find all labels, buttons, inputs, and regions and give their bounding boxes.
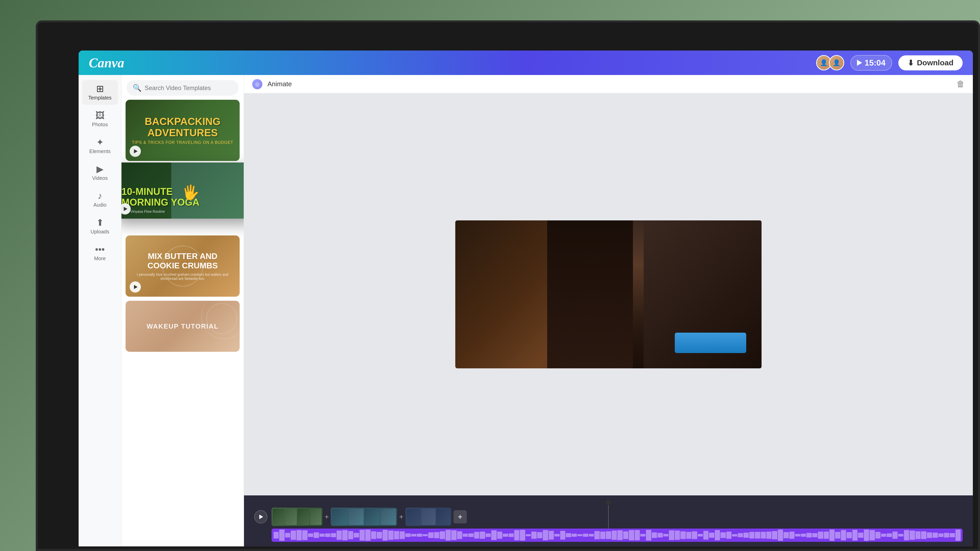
wave-bar <box>486 534 491 537</box>
wave-bar <box>377 532 382 538</box>
makeup-card-bg: WAKEUP TUTORIAL <box>126 301 240 352</box>
download-button[interactable]: ⬇ Download <box>898 56 963 70</box>
header-right: 👤 👤 15:04 ⬇ Download <box>816 55 963 71</box>
frame <box>364 509 380 525</box>
track-play-button[interactable] <box>254 510 267 524</box>
backpacking-play-btn[interactable] <box>130 146 141 157</box>
wave-bar <box>554 534 559 536</box>
frame <box>332 509 348 525</box>
wave-bar <box>680 531 686 539</box>
wave-bar <box>491 530 496 540</box>
sidebar-item-videos[interactable]: ▶ Videos <box>82 160 118 185</box>
wave-bar <box>623 531 628 539</box>
wave-bar <box>566 533 571 537</box>
cookie-play-btn[interactable] <box>130 281 141 292</box>
sidebar-item-elements[interactable]: ✦ Elements <box>82 134 118 159</box>
wave-bar <box>365 530 370 541</box>
frame <box>436 509 450 525</box>
wave-bar <box>749 532 754 539</box>
wave-bar <box>537 532 542 538</box>
timer-button[interactable]: 15:04 <box>850 55 892 71</box>
wave-bar <box>915 531 921 539</box>
play-triangle-icon <box>134 149 138 153</box>
wave-bar <box>646 530 651 541</box>
frame <box>380 509 396 525</box>
template-card-cookie[interactable]: MIX BUTTER ANDCOOKIE CRUMBS I personally… <box>126 235 240 297</box>
animate-toolbar: ◎ Animate 🗑 <box>244 75 973 94</box>
search-bar: 🔍 <box>121 75 244 100</box>
wave-bar <box>405 534 410 537</box>
main-content: ⊞ Templates 🖼 Photos ✦ Elements ▶ Videos… <box>79 75 973 546</box>
frame <box>272 509 285 525</box>
trash-icon[interactable]: 🗑 <box>956 79 965 89</box>
makeup-circle-2 <box>201 301 240 339</box>
timeline-area: + + <box>244 495 973 546</box>
sidebar-label-more: More <box>94 256 106 262</box>
wave-bar <box>841 530 846 540</box>
sidebar-item-more[interactable]: ••• More <box>82 241 118 265</box>
add-clip-button[interactable]: + <box>453 510 467 524</box>
makeup-title: WAKEUP TUTORIAL <box>147 322 219 330</box>
wave-bar <box>801 534 806 537</box>
sidebar-item-photos[interactable]: 🖼 Photos <box>82 107 118 132</box>
timeline-scrubber <box>244 495 973 506</box>
wave-bar <box>635 530 640 540</box>
frame <box>285 509 297 525</box>
wave-bar <box>514 530 519 540</box>
video-clip-end[interactable] <box>406 508 452 526</box>
play-icon <box>857 60 862 66</box>
audio-icon: ♪ <box>98 191 102 200</box>
template-card-makeup[interactable]: WAKEUP TUTORIAL <box>126 301 240 352</box>
app-logo: Canva <box>89 56 124 70</box>
wave-bar <box>503 534 508 537</box>
wave-bar <box>783 532 789 538</box>
clip-end-frames <box>406 508 452 526</box>
wave-bar <box>474 532 479 538</box>
template-card-backpacking[interactable]: BACKPACKINGADVENTURES TIPS & TRICKS FOR … <box>126 100 240 161</box>
wave-bar <box>463 534 468 537</box>
wave-bar <box>417 534 422 537</box>
canvas-frame <box>455 221 762 368</box>
sidebar-item-uploads[interactable]: ⬆ Uploads <box>82 214 118 239</box>
search-input[interactable] <box>145 84 232 92</box>
search-input-wrap[interactable]: 🔍 <box>127 80 239 96</box>
sidebar-label-videos: Videos <box>92 175 108 181</box>
wave-bar <box>686 532 691 539</box>
wave-bar <box>824 532 829 539</box>
video-clip-mid[interactable] <box>331 508 397 526</box>
backpacking-card-bg: BACKPACKINGADVENTURES TIPS & TRICKS FOR … <box>126 100 240 161</box>
sidebar-label-templates: Templates <box>88 95 111 101</box>
sidebar-label-elements: Elements <box>89 148 110 154</box>
yoga-card-container: 10-MINUTEMORNING YOGA Easy Vinyasa Flow … <box>123 165 242 231</box>
uploads-icon: ⬆ <box>96 218 104 227</box>
wave-bar <box>583 534 588 537</box>
wave-bar <box>308 534 313 537</box>
avatar-2[interactable]: 👤 <box>829 55 844 70</box>
wave-bar <box>755 532 760 538</box>
person-area-left <box>547 221 633 368</box>
wave-bar <box>835 532 840 538</box>
wave-bar <box>858 533 863 538</box>
wave-bar <box>342 530 347 540</box>
audio-track[interactable] <box>272 529 963 542</box>
sidebar-item-audio[interactable]: ♪ Audio <box>82 187 118 212</box>
wave-bar <box>881 534 886 537</box>
wave-bar <box>291 530 296 540</box>
wave-bar <box>600 532 605 539</box>
canvas-area <box>244 94 973 495</box>
wave-bar <box>870 530 875 540</box>
wave-bar <box>829 530 835 541</box>
wave-bar <box>354 533 359 537</box>
template-card-yoga[interactable]: 10-MINUTEMORNING YOGA Easy Vinyasa Flow … <box>121 162 244 219</box>
wave-bar <box>428 532 433 538</box>
video-clip-1[interactable] <box>272 508 323 526</box>
wave-bar <box>812 533 818 537</box>
wave-bar <box>904 530 909 540</box>
sidebar-label-audio: Audio <box>94 202 107 208</box>
wave-bar <box>898 534 903 537</box>
animate-label[interactable]: Animate <box>267 80 292 88</box>
sidebar-item-templates[interactable]: ⊞ Templates <box>82 80 118 105</box>
sidebar-label-uploads: Uploads <box>91 229 109 235</box>
wave-bar <box>325 534 330 537</box>
clip-mid-frames <box>331 508 397 526</box>
